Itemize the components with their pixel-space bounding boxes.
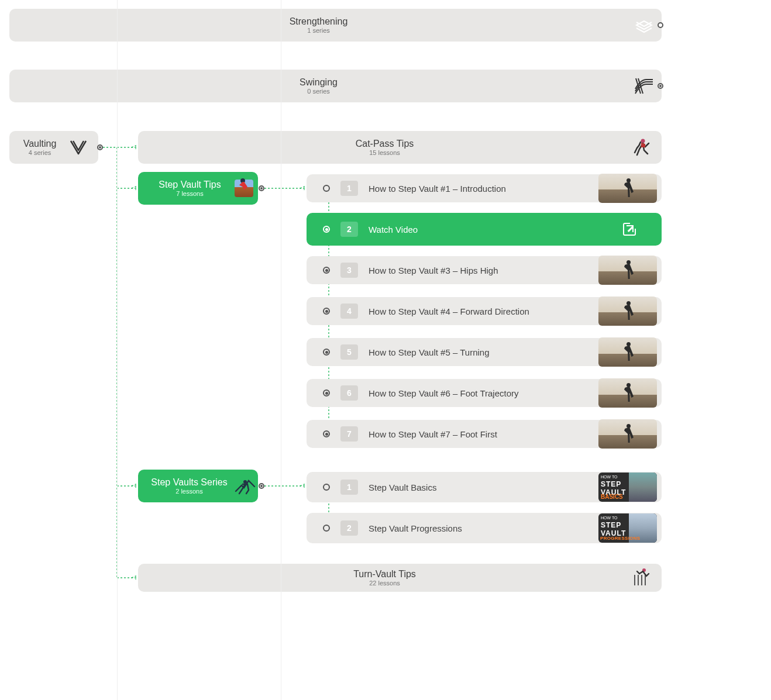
category-vaulting[interactable]: Vaulting 4 series <box>9 131 98 164</box>
lesson-tips-1[interactable]: 1 How to Step Vault #1 – Introduction <box>307 174 662 202</box>
lesson-number: 1 <box>340 181 358 196</box>
lesson-series-1[interactable]: 1 Step Vault Basics HOW TO STEPVAULT BAS… <box>307 472 662 502</box>
stepvault-tips-sub: 7 lessons <box>145 190 235 198</box>
lesson-label: Step Vault Basics <box>369 482 598 492</box>
stepvaults-series-expand-dot[interactable] <box>259 483 264 489</box>
lesson-label: How to Step Vault #6 – Foot Trajectory <box>369 388 598 398</box>
lesson-number: 2 <box>340 520 358 536</box>
lesson-number: 4 <box>340 304 358 319</box>
lesson-thumb <box>598 296 657 326</box>
lesson-status-dot <box>323 267 330 274</box>
vaulting-expand-dot[interactable] <box>97 144 103 150</box>
lesson-status-dot <box>323 308 330 315</box>
strengthening-title: Strengthening <box>9 16 628 27</box>
lesson-thumb <box>598 378 657 408</box>
svg-point-12 <box>243 480 247 484</box>
lesson-thumb-progressions: HOW TO STEPVAULT PROGRESSIONS <box>598 513 657 543</box>
strengthening-expand-dot[interactable] <box>658 22 663 28</box>
stepvault-tips-expand-dot[interactable] <box>259 185 264 191</box>
svg-point-11 <box>641 139 645 143</box>
vaulting-icon <box>67 136 90 159</box>
swinging-expand-dot[interactable] <box>658 83 663 89</box>
strengthening-icon <box>632 13 656 37</box>
lesson-number: 3 <box>340 263 358 278</box>
lesson-tips-4[interactable]: 4 How to Step Vault #4 – Forward Directi… <box>307 297 662 325</box>
stepvault-tips-title: Step Vault Tips <box>145 179 235 190</box>
lesson-label: How to Step Vault #1 – Introduction <box>369 184 598 194</box>
lesson-number: 5 <box>340 344 358 360</box>
stepvaults-series-title: Step Vaults Series <box>144 477 235 488</box>
lesson-number: 1 <box>340 480 358 495</box>
lesson-tips-5[interactable]: 5 How to Step Vault #5 – Turning <box>307 338 662 366</box>
category-swinging[interactable]: Swinging 0 series <box>9 70 662 102</box>
lesson-label: Step Vault Progressions <box>369 523 598 533</box>
lesson-status-dot <box>323 430 330 437</box>
lesson-number: 2 <box>340 222 358 237</box>
vaulting-title: Vaulting <box>18 138 62 149</box>
lesson-thumb <box>598 256 657 285</box>
swinging-icon <box>632 74 656 98</box>
strengthening-sub: 1 series <box>9 27 628 35</box>
stepvault-tips-icon <box>235 180 253 197</box>
lesson-tips-7[interactable]: 7 How to Step Vault #7 – Foot First <box>307 420 662 448</box>
category-strengthening[interactable]: Strengthening 1 series <box>9 9 662 42</box>
lesson-label: How to Step Vault #5 – Turning <box>369 347 598 357</box>
lesson-status-dot <box>323 525 330 532</box>
lesson-status-dot <box>323 484 330 491</box>
series-stepvault-tips[interactable]: Step Vault Tips 7 lessons <box>138 172 258 205</box>
guide-line-1 <box>117 0 118 700</box>
series-turnvault[interactable]: Turn-Vault Tips 22 lessons <box>138 564 662 592</box>
guide-line-2 <box>281 0 281 700</box>
stepvaults-series-icon <box>235 477 253 495</box>
turnvault-sub: 22 lessons <box>138 580 631 587</box>
lesson-number: 7 <box>340 426 358 442</box>
lesson-status-dot <box>323 389 330 396</box>
lesson-thumb-basics: HOW TO STEPVAULT BASICS <box>598 473 657 502</box>
lesson-thumb <box>598 419 657 449</box>
lesson-status-dot <box>323 185 330 192</box>
swinging-sub: 0 series <box>9 88 628 95</box>
lesson-tips-3[interactable]: 3 How to Step Vault #3 – Hips High <box>307 256 662 284</box>
series-catpass[interactable]: Cat-Pass Tips 15 lessons <box>138 131 662 164</box>
lesson-number: 6 <box>340 385 358 401</box>
swinging-title: Swinging <box>9 77 628 88</box>
lesson-label: Watch Video <box>369 225 623 235</box>
series-stepvaults-series[interactable]: Step Vaults Series 2 lessons <box>138 470 258 502</box>
lesson-series-2[interactable]: 2 Step Vault Progressions HOW TO STEPVAU… <box>307 513 662 543</box>
turnvault-icon <box>631 568 655 588</box>
lesson-label: How to Step Vault #7 – Foot First <box>369 429 598 439</box>
lesson-label: How to Step Vault #3 – Hips High <box>369 265 598 275</box>
lesson-tips-6[interactable]: 6 How to Step Vault #6 – Foot Trajectory <box>307 379 662 407</box>
turnvault-title: Turn-Vault Tips <box>138 568 631 580</box>
stepvaults-series-sub: 2 lessons <box>144 488 235 495</box>
lesson-status-dot <box>323 349 330 356</box>
lesson-status-dot <box>323 226 330 233</box>
catpass-sub: 15 lessons <box>138 149 631 157</box>
lesson-thumb <box>598 337 657 367</box>
catpass-title: Cat-Pass Tips <box>138 138 631 149</box>
open-external-icon[interactable] <box>623 223 636 236</box>
lesson-thumb <box>598 174 657 203</box>
vaulting-sub: 4 series <box>18 149 62 157</box>
lesson-label: How to Step Vault #4 – Forward Direction <box>369 306 598 316</box>
catpass-icon <box>631 137 655 157</box>
lesson-tips-2-active[interactable]: 2 Watch Video <box>307 213 662 246</box>
